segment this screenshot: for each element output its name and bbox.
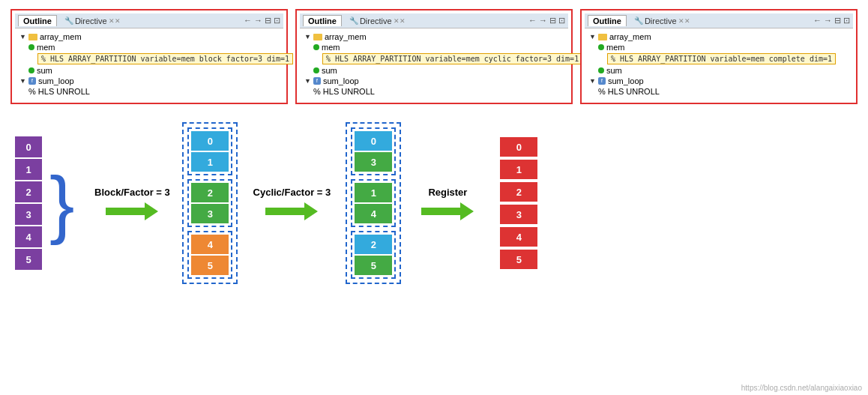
block-cell: 4 xyxy=(191,235,229,254)
bottom-diagram: 0 1 2 3 4 5 } Block/Factor = 3 0 1 2 3 4… xyxy=(0,115,868,292)
panel1-nav: ← → ⊟ ⊡ xyxy=(244,16,280,25)
block-partition-2: 4 5 xyxy=(187,231,232,279)
cyclic-partition-2: 2 5 xyxy=(351,231,396,279)
orig-cell-1: 1 xyxy=(15,159,42,180)
panel-complete: Outline 🔧 Directive ✕✕ ← → ⊟ ⊡ ▼ array_m… xyxy=(580,9,858,104)
green-dot-icon xyxy=(28,44,34,50)
cyclic-partition-0: 0 3 xyxy=(351,127,396,175)
tree-item: ▼ array_mem xyxy=(19,31,279,42)
cyclic-cell: 1 xyxy=(355,183,392,202)
tab-outline-2[interactable]: Outline xyxy=(303,15,342,26)
tree-item: mem xyxy=(19,42,279,52)
tree-item-hls3: % HLS ARRAY_PARTITION variable=mem compl… xyxy=(589,52,849,65)
register-arrow-section: Register xyxy=(410,187,485,220)
green-dot-icon xyxy=(313,67,319,73)
tab-directive-2[interactable]: 🔧 Directive ✕✕ xyxy=(345,16,410,26)
register-arrow-icon xyxy=(421,202,474,220)
tree-item: ▼ f sum_loop xyxy=(19,76,279,86)
cyclic-cell: 2 xyxy=(355,235,392,254)
reg-cell-0: 0 xyxy=(500,137,537,157)
tree-item: ▼ array_mem xyxy=(304,31,564,42)
reg-cell-5: 5 xyxy=(500,250,537,269)
block-arrow-section: Block/Factor = 3 xyxy=(91,187,173,220)
green-dot-icon xyxy=(313,44,319,50)
tree-item: mem xyxy=(589,42,849,52)
tree-item: % HLS UNROLL xyxy=(304,86,564,97)
tab-directive-1[interactable]: 🔧 Directive ✕✕ xyxy=(60,16,125,26)
tree-item: ▼ f sum_loop xyxy=(589,76,849,86)
cyclic-cell: 5 xyxy=(355,256,392,275)
svg-marker-1 xyxy=(265,202,318,220)
reg-cell-4: 4 xyxy=(500,227,537,247)
tree-item: ▼ f sum_loop xyxy=(304,76,564,86)
right-brace-icon: } xyxy=(49,172,74,235)
cyclic-partitions: 0 3 1 4 2 5 xyxy=(346,122,401,284)
top-panels-row: Outline 🔧 Directive ✕✕ ← → ⊟ ⊡ ▼ array_m… xyxy=(0,0,868,110)
panel3-tabs: Outline 🔧 Directive ✕✕ ← → ⊟ ⊡ xyxy=(585,13,853,28)
block-cell: 5 xyxy=(191,256,229,275)
original-array-container: 0 1 2 3 4 5 } xyxy=(15,136,74,270)
reg-cell-1: 1 xyxy=(500,160,537,179)
block-arrow-icon xyxy=(106,202,158,220)
tree-item: % HLS UNROLL xyxy=(589,86,849,97)
block-partition-0: 0 1 xyxy=(187,127,232,175)
reg-cell-3: 3 xyxy=(500,205,537,224)
panel2-body: ▼ array_mem mem % HLS ARRAY_PARTITION va… xyxy=(300,28,568,100)
tree-item: sum xyxy=(304,65,564,76)
orig-cell-5: 5 xyxy=(15,249,42,270)
tree-item-hls2: % HLS ARRAY_PARTITION variable=mem cycli… xyxy=(304,52,564,65)
original-array: 0 1 2 3 4 5 xyxy=(15,136,42,270)
watermark: https://blog.csdn.net/alangaixiaoxiao xyxy=(741,384,862,392)
block-cell: 3 xyxy=(191,204,229,223)
tab-directive-3[interactable]: 🔧 Directive ✕✕ xyxy=(630,16,695,26)
orig-cell-2: 2 xyxy=(15,181,42,202)
orig-cell-0: 0 xyxy=(15,136,42,157)
panel1-body: ▼ array_mem mem % HLS ARRAY_PARTITION va… xyxy=(15,28,283,100)
panel2-tabs: Outline 🔧 Directive ✕✕ ← → ⊟ ⊡ xyxy=(300,13,568,28)
tree-item: mem xyxy=(304,42,564,52)
panel3-body: ▼ array_mem mem % HLS ARRAY_PARTITION va… xyxy=(585,28,853,100)
func-icon: f xyxy=(28,77,36,85)
green-dot-icon xyxy=(28,67,34,73)
panel2-nav: ← → ⊟ ⊡ xyxy=(528,16,565,25)
block-cell: 1 xyxy=(191,152,229,172)
func-icon: f xyxy=(598,77,606,85)
cyclic-label: Cyclic/Factor = 3 xyxy=(253,187,331,198)
svg-marker-2 xyxy=(421,202,474,220)
tab-outline-1[interactable]: Outline xyxy=(18,15,57,26)
block-partitions: 0 1 2 3 4 5 xyxy=(182,122,238,284)
cyclic-partition-1: 1 4 xyxy=(351,179,396,227)
tree-item: ▼ array_mem xyxy=(589,31,849,42)
register-label: Register xyxy=(428,187,467,198)
cyclic-cell: 3 xyxy=(355,152,392,172)
orig-cell-4: 4 xyxy=(15,226,42,247)
folder-icon xyxy=(28,34,37,40)
svg-marker-0 xyxy=(106,202,158,220)
hls-directive-text: % HLS ARRAY_PARTITION variable=mem compl… xyxy=(607,53,836,64)
folder-icon xyxy=(313,34,322,40)
panel3-nav: ← → ⊟ ⊡ xyxy=(813,16,850,25)
cyclic-arrow-icon xyxy=(265,202,318,220)
tab-outline-3[interactable]: Outline xyxy=(588,15,627,26)
folder-icon xyxy=(598,34,607,40)
register-array: 0 1 2 3 4 5 xyxy=(500,137,537,269)
block-partition-1: 2 3 xyxy=(187,179,232,227)
block-cell: 0 xyxy=(191,131,229,151)
tree-item: % HLS UNROLL xyxy=(19,86,279,97)
hls-directive-text: % HLS ARRAY_PARTITION variable=mem block… xyxy=(37,53,293,64)
green-dot-icon xyxy=(598,44,604,50)
green-dot-icon xyxy=(598,67,604,73)
panel1-tabs: Outline 🔧 Directive ✕✕ ← → ⊟ ⊡ xyxy=(15,13,283,28)
tree-item: sum xyxy=(589,65,849,76)
panel-block: Outline 🔧 Directive ✕✕ ← → ⊟ ⊡ ▼ array_m… xyxy=(10,9,288,104)
reg-cell-2: 2 xyxy=(500,182,537,202)
orig-cell-3: 3 xyxy=(15,204,42,225)
cyclic-arrow-section: Cyclic/Factor = 3 xyxy=(247,187,337,220)
cyclic-cell: 4 xyxy=(355,204,392,223)
block-label: Block/Factor = 3 xyxy=(94,187,170,198)
func-icon: f xyxy=(313,77,321,85)
panel-cyclic: Outline 🔧 Directive ✕✕ ← → ⊟ ⊡ ▼ array_m… xyxy=(295,9,573,104)
cyclic-cell: 0 xyxy=(355,131,392,151)
hls-directive-text: % HLS ARRAY_PARTITION variable=mem cycli… xyxy=(322,53,582,64)
block-cell: 2 xyxy=(191,183,229,202)
